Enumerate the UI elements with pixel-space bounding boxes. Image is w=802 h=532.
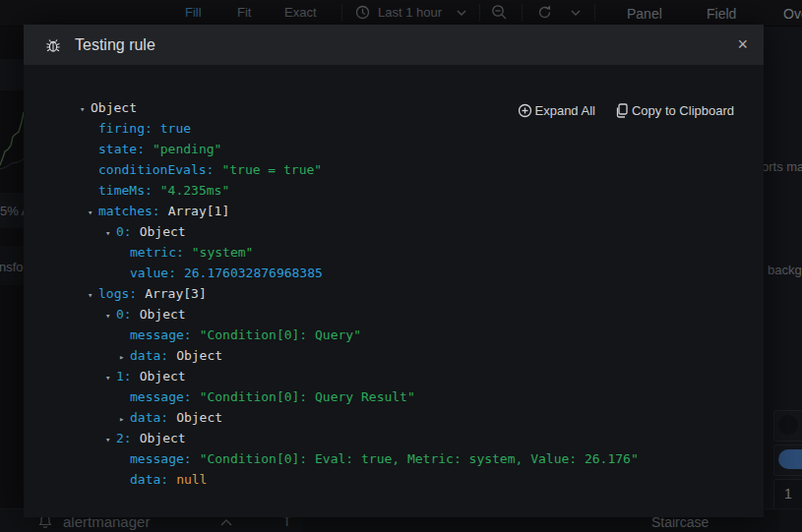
json-tree-row: value:26.176032876968385 — [24, 263, 764, 283]
close-icon[interactable]: × — [737, 33, 748, 55]
json-value: "true = true" — [221, 162, 322, 177]
json-key: data: — [130, 410, 168, 425]
json-key: firing: — [98, 121, 153, 136]
json-key: metric: — [130, 245, 184, 260]
json-key: message: — [130, 389, 192, 404]
json-value: "Condition[0]: Query Result" — [200, 389, 415, 404]
json-key: matches: — [98, 204, 160, 218]
modal-header: Testing rule × — [24, 25, 764, 65]
json-tree-row: conditionEvals:"true = true" — [24, 159, 764, 180]
json-key: message: — [130, 451, 192, 466]
collapse-toggle-icon[interactable]: ▾ — [105, 368, 116, 388]
json-value: "Condition[0]: Query" — [200, 327, 361, 342]
json-value: "pending" — [153, 142, 221, 156]
expand-toggle-icon[interactable]: ▸ — [119, 409, 130, 430]
expand-all-label: Expand All — [535, 103, 595, 118]
collapse-toggle-icon[interactable]: ▾ — [105, 430, 116, 450]
json-value: Object — [176, 410, 222, 425]
copy-to-clipboard-label: Copy to Clipboard — [632, 103, 734, 118]
collapse-toggle-icon[interactable]: ▾ — [105, 223, 116, 244]
json-value: null — [176, 472, 207, 487]
json-tree-row: message:"Condition[0]: Query Result" — [24, 386, 764, 407]
json-key: data: — [130, 348, 168, 363]
json-tree-row[interactable]: ▾logs:Array[3] — [24, 283, 764, 304]
json-key: logs: — [98, 286, 137, 301]
json-actions: Expand All Copy to Clipboard — [518, 103, 735, 118]
json-key: 2: — [116, 431, 132, 445]
collapse-toggle-icon[interactable]: ▾ — [80, 99, 91, 120]
json-value: Object — [140, 431, 186, 445]
json-tree-row[interactable]: ▾matches:Array[1] — [24, 201, 764, 221]
json-tree-row[interactable]: ▾1:Object — [24, 366, 764, 386]
modal-title: Testing rule — [75, 36, 155, 54]
copy-icon — [615, 103, 629, 118]
json-tree-row[interactable]: ▸data:Object — [24, 407, 764, 428]
collapse-toggle-icon[interactable]: ▾ — [88, 203, 98, 223]
json-value: Object — [140, 224, 186, 239]
json-key: value: — [130, 266, 176, 280]
json-value: "system" — [192, 245, 254, 260]
expand-all-button[interactable]: Expand All — [518, 103, 595, 118]
json-value: Object — [91, 100, 137, 115]
json-tree: ▾Objectfiring:truestate:"pending"conditi… — [24, 97, 764, 490]
json-tree-row: message:"Condition[0]: Eval: true, Metri… — [24, 448, 764, 469]
json-key: message: — [130, 327, 192, 342]
json-key: data: — [130, 472, 168, 487]
bug-icon — [44, 36, 62, 54]
json-tree-row: firing:true — [24, 118, 764, 139]
expand-toggle-icon[interactable]: ▸ — [119, 347, 130, 368]
json-tree-row[interactable]: ▾0:Object — [24, 221, 764, 242]
json-value: true — [160, 121, 191, 136]
json-value: "4.235ms" — [160, 183, 229, 198]
json-tree-row: state:"pending" — [24, 139, 764, 159]
json-tree-row: timeMs:"4.235ms" — [24, 180, 764, 201]
json-key: 0: — [116, 224, 132, 239]
circle-plus-icon — [518, 103, 532, 118]
collapse-toggle-icon[interactable]: ▾ — [88, 285, 98, 306]
json-key: 0: — [116, 307, 132, 322]
json-tree-row: data:null — [24, 469, 764, 490]
json-value: Object — [140, 307, 186, 322]
json-tree-row[interactable]: ▾2:Object — [24, 428, 764, 448]
json-tree-row[interactable]: ▾0:Object — [24, 304, 764, 325]
json-key: conditionEvals: — [98, 162, 214, 177]
json-value: "Condition[0]: Eval: true, Metric: syste… — [200, 451, 639, 466]
json-tree-row[interactable]: ▸data:Object — [24, 345, 764, 366]
json-value: Array[3] — [145, 286, 207, 301]
json-value: Object — [140, 369, 186, 384]
collapse-toggle-icon[interactable]: ▾ — [105, 306, 116, 326]
copy-to-clipboard-button[interactable]: Copy to Clipboard — [615, 103, 734, 118]
json-key: timeMs: — [98, 183, 153, 198]
testing-rule-modal: Testing rule × Expand All Copy to Clipbo… — [24, 25, 764, 517]
json-value: 26.176032876968385 — [184, 266, 323, 280]
json-tree-row: message:"Condition[0]: Query" — [24, 325, 764, 345]
json-key: 1: — [116, 369, 132, 384]
json-tree-row: metric:"system" — [24, 242, 764, 263]
json-value: Array[1] — [168, 204, 230, 218]
json-key: state: — [98, 142, 145, 156]
json-value: Object — [176, 348, 222, 363]
